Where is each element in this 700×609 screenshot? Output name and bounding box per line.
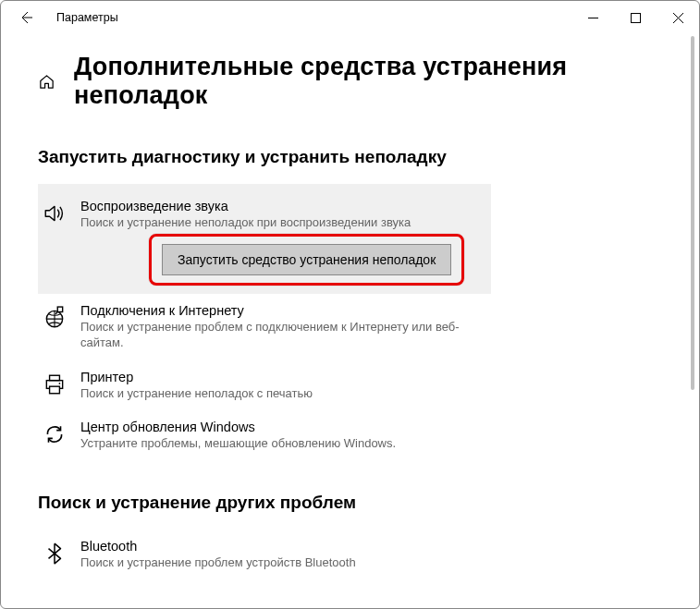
run-troubleshooter-button[interactable]: Запустить средство устранения неполадок [162,244,451,275]
troubleshooter-item-windows-update[interactable]: Центр обновления Windows Устраните пробл… [38,410,491,461]
troubleshooter-item-audio[interactable]: Воспроизведение звука Поиск и устранение… [38,184,491,294]
item-desc: Поиск и устранение проблем с подключение… [80,319,484,351]
content-area: Дополнительные средства устранения непол… [1,34,699,608]
svg-rect-5 [50,386,60,394]
item-desc: Поиск и устранение проблем устройств Blu… [80,554,484,571]
item-name: Принтер [80,370,484,384]
scrollbar-thumb[interactable] [691,36,694,390]
item-name: Bluetooth [80,539,484,554]
settings-window: Параметры Дополнительные средства устран… [0,0,700,609]
svg-point-6 [59,383,61,384]
item-desc: Поиск и устранение неполадок при воспрои… [80,214,480,231]
printer-icon [42,371,68,397]
item-name: Центр обновления Windows [80,420,484,434]
page-title: Дополнительные средства устранения непол… [74,53,662,110]
maximize-button[interactable] [614,1,657,34]
home-icon[interactable] [38,73,55,91]
speaker-icon [42,201,68,226]
scrollbar[interactable] [688,36,697,606]
section-heading-other: Поиск и устранение других проблем [38,493,662,513]
bluetooth-icon [42,541,68,566]
globe-icon [42,305,68,331]
svg-rect-0 [631,13,640,22]
item-desc: Поиск и устранение неполадок с печатью [80,385,484,402]
item-name: Подключения к Интернету [80,303,484,318]
svg-rect-2 [57,307,62,311]
window-title: Параметры [56,11,118,24]
troubleshooter-item-printer[interactable]: Принтер Поиск и устранение неполадок с п… [38,360,491,411]
refresh-icon [42,421,68,447]
troubleshooter-item-internet[interactable]: Подключения к Интернету Поиск и устранен… [38,294,491,360]
svg-rect-3 [50,375,60,380]
troubleshooter-item-bluetooth[interactable]: Bluetooth Поиск и устранение проблем уст… [38,530,491,580]
item-name: Воспроизведение звука [80,199,480,213]
section-heading-diagnose: Запустить диагностику и устранить непола… [38,147,662,167]
minimize-button[interactable] [571,1,614,34]
back-button[interactable] [12,10,40,25]
close-button[interactable] [657,1,699,34]
item-desc: Устраните проблемы, мешающие обновлению … [80,435,484,452]
titlebar: Параметры [1,1,699,34]
